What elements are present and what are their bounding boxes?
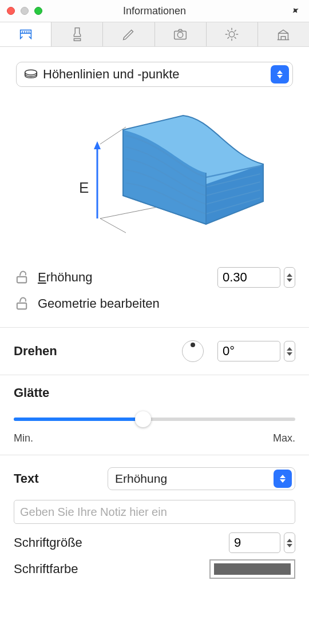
elevation-stepper[interactable] <box>284 267 295 288</box>
rotate-label: Drehen <box>14 344 174 359</box>
elevation-input[interactable] <box>217 267 280 288</box>
unlock-icon[interactable] <box>14 296 30 312</box>
contour-icon <box>23 69 38 80</box>
svg-point-3 <box>25 70 37 75</box>
text-label: Text <box>14 471 100 486</box>
svg-point-2 <box>229 31 235 37</box>
tab-brush[interactable] <box>52 22 103 46</box>
mode-selector-section: Höhenlinien und -punkte <box>0 51 309 90</box>
tab-strip <box>0 22 309 47</box>
tab-pencil[interactable] <box>103 22 154 46</box>
smooth-section: Glätte Min. Max. <box>0 375 309 455</box>
unlock-icon[interactable] <box>14 269 30 285</box>
text-type-selected: Erhöhung <box>115 472 274 486</box>
dropdown-chevron-icon <box>271 65 289 84</box>
axis-label: E <box>79 179 89 196</box>
slider-min-label: Min. <box>14 432 33 444</box>
text-type-dropdown[interactable]: Erhöhung <box>108 467 295 490</box>
tab-building[interactable] <box>258 22 309 46</box>
rotate-input[interactable] <box>217 341 280 361</box>
slider-thumb[interactable] <box>135 411 151 427</box>
terrain-illustration: E <box>0 90 309 254</box>
font-size-input[interactable] <box>229 532 280 553</box>
font-color-label: Schriftfarbe <box>14 562 201 577</box>
dropdown-chevron-icon <box>274 470 292 488</box>
font-size-label: Schriftgröße <box>14 535 221 550</box>
color-swatch <box>214 563 291 575</box>
tab-sun[interactable] <box>207 22 258 46</box>
edit-geometry-label: Geometrie bearbeiten <box>38 296 295 311</box>
pin-icon[interactable] <box>291 6 301 18</box>
note-input[interactable] <box>14 500 295 524</box>
edit-geometry-row[interactable]: Geometrie bearbeiten <box>14 291 295 317</box>
slider-max-label: Max. <box>273 432 295 444</box>
svg-rect-4 <box>17 277 26 283</box>
font-color-well[interactable] <box>209 559 295 579</box>
text-section: Text Erhöhung Schriftgröße Schriftfarbe <box>0 455 309 593</box>
elevation-label: Erhöhung <box>38 270 209 285</box>
elevation-row: Erhöhung <box>14 264 295 291</box>
smooth-label: Glätte <box>14 385 295 400</box>
mode-dropdown[interactable]: Höhenlinien und -punkte <box>16 62 293 87</box>
font-size-stepper[interactable] <box>284 532 295 553</box>
smooth-slider[interactable] <box>14 408 295 430</box>
tab-measure[interactable] <box>0 22 52 46</box>
rotate-dial[interactable] <box>182 340 204 362</box>
tab-camera[interactable] <box>155 22 207 46</box>
titlebar: Informationen <box>0 0 309 22</box>
svg-point-1 <box>177 32 183 37</box>
rotate-section: Drehen <box>0 328 309 375</box>
rotate-stepper[interactable] <box>284 341 295 361</box>
mode-dropdown-label: Höhenlinien und -punkte <box>43 67 271 82</box>
svg-rect-5 <box>17 303 26 309</box>
elevation-section: Erhöhung Geometrie bearbeiten <box>0 254 309 328</box>
window-title: Informationen <box>0 5 309 17</box>
